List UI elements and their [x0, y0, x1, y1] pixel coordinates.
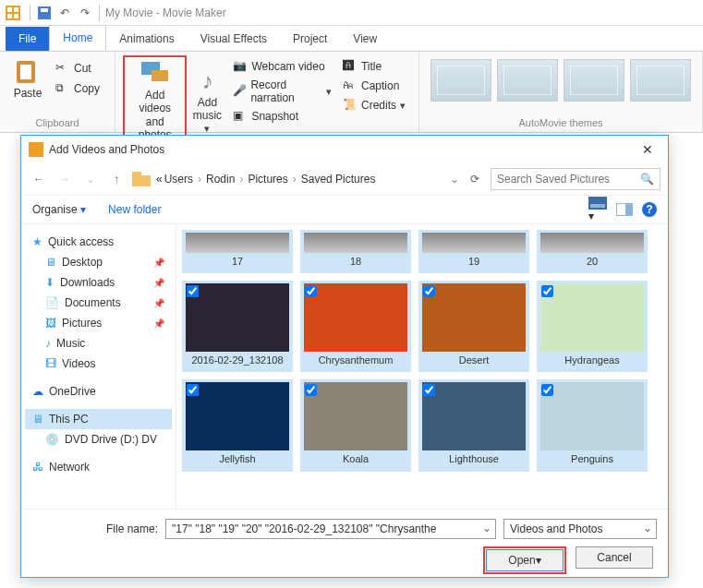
file-thumb[interactable]: Chrysanthemum [300, 281, 411, 372]
organise-menu[interactable]: Organise ▾ [32, 203, 86, 216]
tree-network[interactable]: 🖧Network [25, 457, 172, 477]
dialog-title: Add Videos and Photos [49, 143, 164, 156]
back-icon[interactable]: ← [29, 169, 49, 189]
file-thumb[interactable]: Lighthouse [418, 379, 529, 471]
file-thumb[interactable]: 17 [182, 230, 293, 273]
file-checkbox[interactable] [305, 285, 317, 297]
up-icon[interactable]: ↑ [106, 169, 127, 189]
svg-rect-8 [20, 65, 31, 79]
pin-icon: 📌 [153, 318, 164, 329]
tree-dvd[interactable]: 💿DVD Drive (D:) DV [25, 429, 172, 450]
theme-thumb[interactable] [564, 59, 624, 102]
save-icon[interactable] [36, 5, 53, 21]
tree-music[interactable]: ♪Music [25, 333, 172, 354]
tree-this-pc[interactable]: 🖥This PC [25, 409, 172, 429]
file-checkbox[interactable] [187, 285, 199, 297]
file-thumb[interactable]: Jellyfish [182, 379, 293, 471]
file-checkbox[interactable] [541, 384, 553, 396]
file-thumb[interactable]: Hydrangeas [537, 281, 648, 372]
tree-videos[interactable]: 🎞Videos [25, 354, 172, 374]
cancel-button[interactable]: Cancel [576, 546, 653, 569]
tree-desktop[interactable]: 🖥Desktop📌 [25, 252, 172, 272]
tree-onedrive[interactable]: ☁OneDrive [25, 381, 172, 402]
search-field[interactable] [497, 173, 640, 186]
tree-pictures[interactable]: 🖼Pictures📌 [25, 313, 172, 333]
file-name-input[interactable]: "17" "18" "19" "20" "2016-02-29_132108" … [165, 519, 496, 539]
tab-visual-effects[interactable]: Visual Effects [188, 27, 280, 51]
snapshot-button[interactable]: ▣Snapshot [229, 107, 335, 126]
file-thumb[interactable]: 2016-02-29_132108 [182, 281, 293, 372]
cut-icon: ✂ [55, 61, 70, 76]
preview-pane-icon[interactable] [616, 203, 633, 216]
help-icon[interactable]: ? [642, 202, 657, 217]
title-button[interactable]: 🅰Title [339, 57, 409, 76]
tree-documents[interactable]: 📄Documents📌 [25, 293, 172, 313]
quick-access-toolbar: ↶ ↷ [36, 5, 93, 21]
file-checkbox[interactable] [187, 384, 199, 396]
open-button[interactable]: Open ▾ [486, 549, 564, 571]
paste-button[interactable]: Paste [7, 55, 48, 103]
tree-quick-access[interactable]: ★Quick access [25, 232, 172, 252]
pin-icon: 📌 [153, 278, 164, 288]
tab-animations[interactable]: Animations [106, 27, 187, 51]
file-checkbox[interactable] [423, 384, 435, 396]
cut-button[interactable]: ✂Cut [52, 59, 103, 78]
record-narration-button[interactable]: 🎤Record narration ▾ [229, 77, 335, 106]
webcam-video-button[interactable]: 📷Webcam video [229, 57, 335, 76]
dialog-icon [29, 142, 43, 157]
search-icon[interactable]: 🔍 [640, 173, 654, 186]
group-clipboard: Paste ✂Cut ⧉Copy Clipboard [0, 52, 115, 132]
close-icon[interactable]: ✕ [635, 140, 661, 159]
group-automovie: AutoMovie themes [419, 52, 703, 132]
forward-icon[interactable]: → [55, 169, 75, 189]
theme-thumb[interactable] [430, 59, 491, 102]
tab-home[interactable]: Home [49, 25, 106, 51]
desktop-icon: 🖥 [45, 256, 56, 269]
open-dialog: Add Videos and Photos ✕ ← → ⌄ ↑ « Users›… [20, 135, 669, 578]
credits-button[interactable]: 📜Credits ▾ [339, 96, 409, 114]
file-checkbox[interactable] [541, 285, 553, 297]
file-checkbox[interactable] [305, 384, 317, 396]
breadcrumb[interactable]: « Users› Rodin› Pictures› Saved Pictures… [156, 173, 459, 186]
theme-thumb[interactable] [630, 59, 691, 102]
video-icon: 🎞 [45, 357, 56, 370]
refresh-icon[interactable]: ⟳ [465, 169, 485, 189]
svg-rect-4 [14, 14, 18, 18]
file-thumb[interactable]: Koala [300, 379, 411, 471]
file-type-filter[interactable]: Videos and Photos [503, 519, 657, 539]
automovie-themes [427, 55, 695, 105]
file-thumb[interactable]: Desert [418, 281, 529, 372]
pic-icon: 🖼 [45, 317, 56, 330]
caption-button[interactable]: 🗛Caption [339, 77, 409, 95]
svg-rect-2 [14, 7, 18, 12]
add-videos-photos-button[interactable]: Add videos and photos [123, 55, 187, 148]
tab-project[interactable]: Project [280, 27, 340, 51]
new-folder-button[interactable]: New folder [108, 203, 161, 216]
file-checkbox[interactable] [423, 285, 435, 297]
svg-rect-3 [7, 14, 12, 18]
group-label-clipboard: Clipboard [7, 117, 107, 128]
group-label-automovie: AutoMovie themes [427, 117, 695, 128]
file-thumb[interactable]: Penguins [537, 379, 648, 471]
file-thumb[interactable]: 20 [537, 230, 648, 273]
file-thumb[interactable]: 19 [418, 230, 529, 273]
copy-button[interactable]: ⧉Copy [52, 79, 103, 98]
tab-file[interactable]: File [6, 27, 49, 51]
tree-downloads[interactable]: ⬇Downloads📌 [25, 272, 172, 293]
file-thumb[interactable]: 18 [300, 230, 411, 273]
file-grid: 171819202016-02-29_132108ChrysanthemumDe… [176, 224, 668, 509]
chevron-down-icon[interactable]: ⌄ [80, 169, 101, 189]
redo-icon[interactable]: ↷ [77, 5, 93, 21]
theme-thumb[interactable] [497, 59, 558, 102]
file-name-label: File name: [106, 522, 158, 535]
undo-icon[interactable]: ↶ [56, 5, 73, 21]
svg-rect-12 [132, 175, 151, 186]
dialog-titlebar: Add Videos and Photos ✕ [21, 136, 668, 163]
add-music-button[interactable]: ♪ Add music ▾ [187, 55, 227, 148]
dialog-nav: ← → ⌄ ↑ « Users› Rodin› Pictures› Saved … [21, 163, 668, 195]
view-icon[interactable]: ▾ [588, 197, 607, 222]
tab-view[interactable]: View [340, 27, 390, 51]
window-title: My Movie - Movie Maker [105, 6, 226, 19]
snapshot-icon: ▣ [233, 109, 248, 124]
search-input[interactable]: 🔍 [491, 168, 661, 190]
